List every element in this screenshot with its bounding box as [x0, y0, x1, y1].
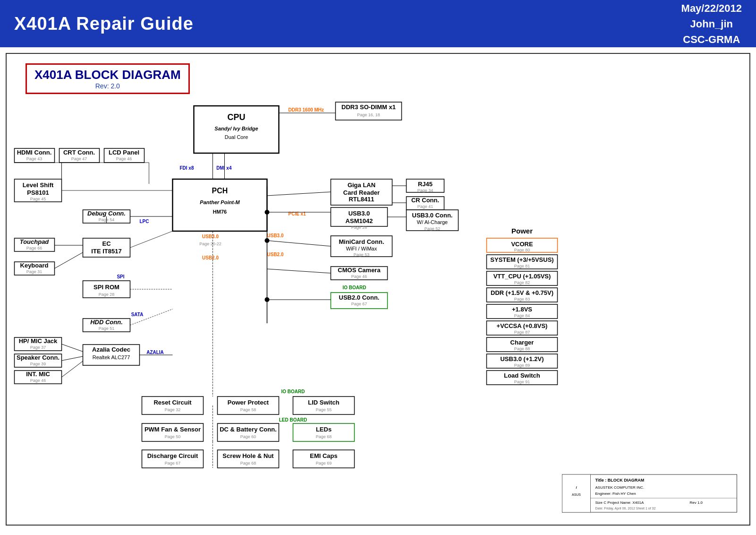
svg-text:VTT_CPU (+1.05VS): VTT_CPU (+1.05VS) — [493, 273, 551, 280]
header: X401A Repair Guide May/22/2012 John_jin … — [0, 0, 756, 47]
svg-text:Page 45: Page 45 — [30, 197, 46, 201]
svg-line-118 — [267, 241, 331, 246]
svg-text:Page 16, 18: Page 16, 18 — [357, 112, 380, 117]
svg-text:EMI Caps: EMI Caps — [310, 452, 338, 459]
svg-text:Touchpad: Touchpad — [20, 238, 50, 245]
svg-text:Engineer: Fish HY Chen: Engineer: Fish HY Chen — [595, 492, 636, 496]
svg-text:Screw Hole & Nut: Screw Hole & Nut — [222, 452, 274, 459]
svg-text:DDR (+1.5V & +0.75V): DDR (+1.5V & +0.75V) — [491, 289, 553, 296]
svg-text:Page 84: Page 84 — [514, 313, 530, 318]
svg-text:SPI: SPI — [117, 274, 124, 279]
svg-text:HP/ MIC Jack: HP/ MIC Jack — [19, 337, 58, 345]
svg-text:Giga LAN: Giga LAN — [348, 181, 375, 189]
svg-line-78 — [62, 344, 83, 352]
svg-text:Rev 1.0: Rev 1.0 — [690, 500, 703, 505]
svg-text:CMOS Camera: CMOS Camera — [338, 267, 381, 274]
svg-text:Page 88: Page 88 — [514, 346, 530, 351]
svg-text:RTL8411: RTL8411 — [348, 196, 374, 203]
svg-text:LED BOARD: LED BOARD — [279, 417, 307, 423]
svg-text:Page 66: Page 66 — [26, 246, 42, 250]
svg-text:Page 91: Page 91 — [514, 380, 530, 384]
svg-text:SPI ROM: SPI ROM — [93, 284, 119, 291]
svg-line-79 — [62, 356, 83, 361]
svg-line-196 — [130, 231, 173, 248]
svg-text:W/ Al-Charge: W/ Al-Charge — [417, 219, 448, 225]
svg-text:Title : BLOCK DIAGRAM: Title : BLOCK DIAGRAM — [595, 478, 645, 483]
svg-text:Page 26: Page 26 — [351, 225, 367, 230]
svg-text:Charger: Charger — [510, 339, 534, 346]
svg-text:Page 51: Page 51 — [99, 326, 115, 331]
svg-text:Page 34: Page 34 — [417, 188, 433, 193]
svg-text:Page 37: Page 37 — [30, 345, 46, 350]
svg-line-54 — [55, 252, 83, 268]
svg-text:LEDs: LEDs — [316, 426, 331, 433]
svg-text:RJ45: RJ45 — [418, 181, 433, 188]
svg-text:Page 67: Page 67 — [351, 302, 367, 306]
svg-line-91 — [267, 192, 331, 196]
svg-text:LPC: LPC — [140, 219, 149, 224]
header-dept: CSC-GRMA — [681, 32, 742, 47]
svg-text:ITE IT8517: ITE IT8517 — [91, 248, 121, 255]
svg-text:WiFI / WiMax: WiFI / WiMax — [346, 246, 377, 251]
svg-text:Power Protect: Power Protect — [228, 399, 269, 406]
svg-text:LCD Panel: LCD Panel — [109, 149, 139, 156]
svg-text:ASUS: ASUS — [572, 493, 581, 496]
svg-text:Page 28: Page 28 — [99, 292, 115, 297]
svg-text:AZALIA: AZALIA — [146, 350, 164, 355]
block-diagram-svg: CPU Sandy/ Ivy Bridge Dual Core DDR3 160… — [7, 92, 749, 517]
svg-text:IO BOARD: IO BOARD — [343, 285, 366, 290]
svg-text:Level Shift: Level Shift — [23, 181, 54, 189]
svg-text:Page 82: Page 82 — [514, 280, 530, 285]
svg-text:INT. MIC: INT. MIC — [26, 371, 50, 378]
block-diagram-rev: Rev: 2.0 — [34, 82, 181, 90]
svg-text:EC: EC — [102, 240, 111, 247]
svg-text:USB3.0 (+1.2V): USB3.0 (+1.2V) — [500, 355, 544, 362]
svg-text:Page 46: Page 46 — [30, 378, 46, 383]
svg-text:LID Switch: LID Switch — [308, 399, 340, 406]
svg-text:Panther Point-M: Panther Point-M — [200, 199, 240, 205]
svg-text:PWM Fan & Sensor: PWM Fan & Sensor — [144, 426, 201, 433]
svg-text:DC & Battery Conn.: DC & Battery Conn. — [220, 426, 277, 433]
svg-text:DDR3 SO-DIMM x1: DDR3 SO-DIMM x1 — [341, 104, 396, 111]
svg-text:Page 32: Page 32 — [165, 407, 181, 412]
svg-text:Page 43: Page 43 — [26, 156, 42, 161]
svg-line-80 — [62, 361, 83, 377]
svg-point-200 — [265, 238, 270, 243]
svg-text:Page 20-22: Page 20-22 — [199, 242, 221, 246]
svg-text:Page 53: Page 53 — [354, 252, 370, 257]
svg-text:Page 60: Page 60 — [240, 434, 256, 439]
svg-text:Page 50: Page 50 — [165, 434, 181, 439]
svg-text:Page 67: Page 67 — [165, 461, 181, 466]
svg-text:SYSTEM (+3/+5VSUS): SYSTEM (+3/+5VSUS) — [490, 256, 553, 263]
svg-text:Page 80: Page 80 — [514, 248, 530, 252]
svg-text:VCORE: VCORE — [511, 241, 533, 248]
svg-text:Page 47: Page 47 — [71, 156, 87, 161]
svg-text:CRT Conn.: CRT Conn. — [63, 149, 95, 156]
svg-text:Reset Circuit: Reset Circuit — [153, 399, 192, 406]
svg-text:Dual Core: Dual Core — [225, 134, 248, 140]
svg-text:USB2.0: USB2.0 — [202, 255, 219, 260]
svg-text:HDD Conn.: HDD Conn. — [90, 319, 123, 326]
svg-text:IO BOARD: IO BOARD — [281, 389, 305, 394]
main-diagram-area: X401A BLOCK DIAGRAM Rev: 2.0 CPU Sandy/ … — [6, 53, 750, 526]
svg-text:USB3.0: USB3.0 — [202, 234, 219, 239]
block-diagram-title-box: X401A BLOCK DIAGRAM Rev: 2.0 — [25, 63, 190, 94]
svg-text:CPU: CPU — [227, 112, 245, 122]
svg-text:Page 83: Page 83 — [514, 297, 530, 302]
svg-text:Speaker Conn.: Speaker Conn. — [17, 354, 59, 361]
svg-text:MiniCard Conn.: MiniCard Conn. — [339, 238, 384, 245]
svg-text:Page 68: Page 68 — [316, 434, 332, 439]
page-title: X401A Repair Guide — [14, 14, 194, 34]
svg-text:DMI x4: DMI x4 — [216, 165, 232, 171]
svg-text:USB3.0: USB3.0 — [267, 233, 284, 238]
svg-text:CR Conn.: CR Conn. — [411, 197, 439, 204]
svg-line-119 — [267, 269, 331, 273]
svg-text:Page 46: Page 46 — [116, 156, 132, 161]
svg-text:Keyboard: Keyboard — [20, 262, 49, 269]
svg-text:Debug Conn.: Debug Conn. — [87, 210, 126, 217]
svg-text:Realtek ALC277: Realtek ALC277 — [93, 354, 130, 360]
svg-text:Page 68: Page 68 — [240, 461, 256, 466]
svg-text:Page 69: Page 69 — [316, 461, 332, 466]
svg-text:Page 89: Page 89 — [514, 363, 530, 368]
svg-text:Discharge Circuit: Discharge Circuit — [147, 452, 198, 459]
